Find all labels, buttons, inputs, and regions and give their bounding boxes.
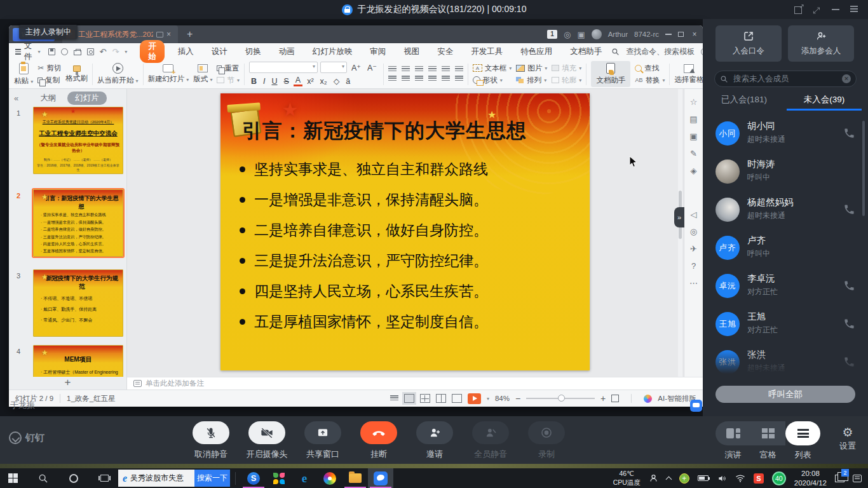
align-center-icon[interactable] [402, 76, 410, 82]
print-preview-icon[interactable] [87, 48, 94, 55]
tab-close-icon[interactable]: × [166, 30, 171, 39]
volume-icon[interactable] [717, 474, 727, 483]
zoom-slider-knob[interactable] [558, 395, 565, 402]
antivirus-tray-icon[interactable]: + [679, 473, 689, 484]
speaker-view-button[interactable] [715, 421, 750, 445]
justify-icon[interactable] [428, 76, 437, 82]
text-direction-icon[interactable] [455, 66, 463, 72]
canvas-scrollbar[interactable] [678, 89, 682, 377]
share-window-button[interactable] [304, 421, 341, 444]
battery-icon[interactable] [698, 475, 709, 481]
tab-outline[interactable]: 大纲 [40, 93, 56, 104]
slide-layout-button[interactable]: 版式 ▾ [193, 64, 212, 84]
fit-window-icon[interactable] [611, 395, 619, 402]
more-panels-icon[interactable]: ⋯ [689, 279, 698, 288]
tab-design[interactable]: 设计 [203, 43, 236, 60]
wifi-icon[interactable] [735, 474, 745, 482]
sogou-input-icon[interactable]: S [754, 473, 764, 484]
command-search[interactable]: 查找命令、搜索模板 [626, 46, 695, 57]
collapse-panel-icon[interactable]: « [14, 93, 18, 103]
news-search-widget[interactable]: e 吴秀波股市失意 搜索一下 [118, 470, 230, 487]
tab-joined[interactable]: 已入会(181) [703, 94, 785, 105]
output-icon[interactable] [61, 48, 68, 55]
fullscreen-icon[interactable] [813, 4, 822, 14]
tab-doc-assistant[interactable]: 文档助手 [562, 43, 610, 60]
tab-monitor-icon[interactable] [156, 32, 163, 37]
tab-home[interactable]: 开始 [140, 40, 165, 63]
decrease-indent-icon[interactable] [415, 66, 423, 72]
security-score-icon[interactable]: 40 [772, 471, 786, 485]
print-icon[interactable] [74, 50, 81, 55]
window-minimize-icon[interactable] [665, 34, 672, 35]
hangup-button[interactable] [360, 421, 397, 444]
sidebar-scrollbar-thumb[interactable] [862, 121, 865, 216]
font-family-select[interactable] [249, 62, 318, 73]
layout-menu-icon[interactable] [850, 4, 859, 14]
doc-assistant-button[interactable]: 文档助手 [591, 61, 630, 87]
invite-button[interactable] [416, 421, 453, 444]
clear-search-icon[interactable]: ✕ [842, 74, 851, 83]
find-button[interactable]: 查找 [635, 64, 665, 73]
notes-view-icon[interactable] [452, 394, 462, 403]
bold-button[interactable]: B [249, 77, 259, 86]
help-panel-icon[interactable]: ? [691, 262, 696, 271]
call-back-button[interactable] [843, 318, 855, 330]
window-close-icon[interactable]: × [690, 30, 699, 39]
unmute-button[interactable] [193, 421, 229, 444]
file-menu[interactable]: 文件 ▾ [15, 41, 41, 62]
notes-bar[interactable]: 单击此处添加备注 [127, 377, 703, 390]
settings-control[interactable]: ⚙ 设置 [835, 426, 860, 452]
numbering-icon[interactable] [402, 66, 410, 72]
align-right-icon[interactable] [415, 76, 423, 82]
call-all-button[interactable]: 呼叫全部 [715, 386, 855, 403]
line-spacing-icon[interactable] [442, 66, 450, 72]
textbox-button[interactable]: A文本框▾ [473, 64, 512, 73]
window-switcher-icon[interactable]: 2 [835, 475, 844, 482]
edit-icon[interactable]: ✎ [690, 149, 697, 158]
reset-button[interactable]: 重置 [217, 64, 240, 73]
selection-pane-button[interactable]: 选择窗格 [674, 64, 703, 85]
hidden-icons-chevron[interactable] [665, 476, 672, 482]
picture-button[interactable]: 图片▾ [516, 64, 547, 73]
font-size-select[interactable] [320, 62, 347, 73]
highlight-button[interactable]: ◇ [332, 76, 342, 86]
start-button[interactable] [0, 468, 25, 488]
tab-slides[interactable]: 幻灯片 [67, 92, 107, 105]
slide-thumbnail-3[interactable]: ★ 新冠疫情下的大学生行为规范 · 不传谣、不造谣、不信谣 · 戴口罩、勤洗手、… [33, 269, 123, 337]
superscript-button[interactable]: x² [305, 77, 315, 86]
slide-thumbnail-1[interactable]: ★ ★ 工业工程系优秀党建日活动（2020年4月） 工业工程专业师生空中交流会 … [33, 107, 123, 174]
minimize-icon[interactable] [831, 4, 841, 14]
save-icon[interactable] [48, 48, 55, 55]
properties-icon[interactable]: ▤ [689, 115, 697, 124]
share-control[interactable]: 共享窗口 [295, 421, 351, 460]
zoom-in-button[interactable]: + [600, 393, 606, 403]
outline-button[interactable]: 轮廓▾ [552, 76, 581, 85]
zoom-slider[interactable] [526, 398, 595, 399]
quickbar-caret-icon[interactable]: ▾ [125, 49, 127, 55]
search-now-button[interactable]: 搜索一下 [194, 470, 230, 487]
unmute-control[interactable]: 取消静音 [183, 421, 239, 460]
format-painter-button[interactable]: 格式刷 [65, 65, 88, 83]
favorites-icon[interactable]: ☆ [690, 98, 698, 107]
slide-thumbnail-4[interactable]: ★ MEM项目 · 工程管理硕士（Master of Engineering M… [33, 345, 123, 377]
account-avatar[interactable] [592, 29, 602, 39]
tab-review[interactable]: 审阅 [362, 43, 394, 60]
tab-slideshow[interactable]: 幻灯片放映 [304, 43, 361, 60]
task-view-button[interactable] [92, 468, 117, 488]
decrease-font-button[interactable]: A⁻ [365, 63, 379, 72]
add-slide-button[interactable]: + [65, 376, 71, 388]
font-color-button[interactable]: A [294, 76, 302, 86]
undo-icon[interactable]: ↶ [100, 47, 107, 57]
add-participant-button[interactable]: 添加参会人 [788, 25, 854, 62]
redo-icon[interactable]: ↷ [112, 47, 119, 57]
normal-view-icon[interactable] [404, 394, 414, 403]
gear-icon[interactable]: ⚙ [835, 426, 860, 438]
camera-control[interactable]: 开启摄像头 [239, 421, 295, 460]
window-restore-icon[interactable] [678, 32, 684, 37]
mute-all-control[interactable]: 全员静音 [463, 421, 519, 460]
radio-icon[interactable]: ◎ [564, 30, 571, 39]
align-left-icon[interactable] [388, 76, 397, 82]
join-code-button[interactable]: 入会口令 [715, 25, 782, 62]
app-edge[interactable]: e [292, 468, 317, 488]
paste-button[interactable]: 粘贴 ▾ [14, 63, 33, 86]
